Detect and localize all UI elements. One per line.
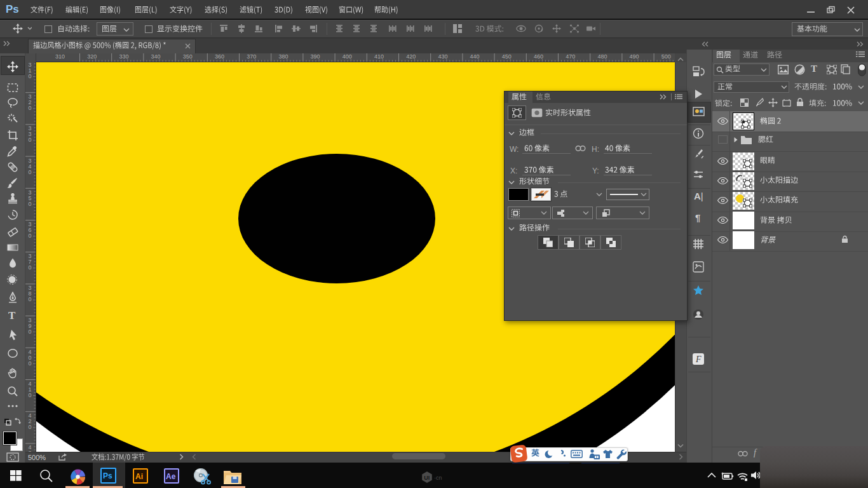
svg-text:F: F [695,355,702,364]
svg-text:UI: UI [424,475,430,481]
svg-text:·cn: ·cn [434,475,442,481]
